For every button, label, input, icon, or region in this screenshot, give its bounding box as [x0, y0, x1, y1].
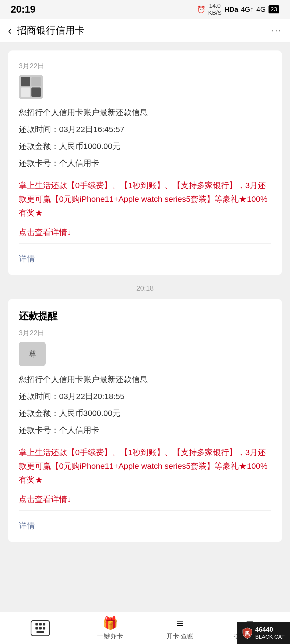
avatar-row-2: 尊 — [19, 342, 271, 366]
gift-icon: 🎁 — [103, 616, 118, 630]
nav-label-2: 开卡·查账 — [166, 632, 194, 641]
nav-kaika-chazhan[interactable]: ≡ 开卡·查账 — [145, 616, 215, 641]
watermark-brand: BLACK CAT — [255, 633, 285, 640]
hd-indicator: HDa — [224, 5, 238, 14]
avatar-2: 尊 — [19, 342, 46, 366]
msg2-info-line2: 还款时间：03月22日20:18:55 — [19, 389, 271, 403]
avatar-1 — [19, 75, 43, 99]
message-card-1: 3月22日 您招行个人信用卡账户最新还款信息 还款时间：03月22日16:45:… — [8, 50, 282, 275]
msg2-info-line1: 您招行个人信用卡账户最新还款信息 — [19, 372, 271, 386]
msg2-detail-link[interactable]: 点击查看详情↓ — [19, 494, 271, 505]
card-date-1: 3月22日 — [19, 61, 271, 71]
msg2-info-line3: 还款金额：人民币3000.00元 — [19, 406, 271, 420]
msg1-promo-text: 掌上生活还款【0手续费】、【1秒到账】、【支持多家银行】，3月还款更可赢【0元购… — [19, 178, 271, 219]
watermark-id: 46440 — [255, 626, 285, 633]
msg1-info-line2: 还款时间：03月22日16:45:57 — [19, 122, 271, 136]
msg1-info-line3: 还款金额：人民币1000.00元 — [19, 139, 271, 153]
shield-icon: 黑 — [242, 627, 252, 639]
message-card-2: 还款提醒 3月22日 尊 您招行个人信用卡账户最新还款信息 还款时间：03月22… — [8, 299, 282, 542]
more-button[interactable]: ··· — [271, 25, 282, 35]
msg2-detail-button[interactable]: 详情 — [19, 516, 271, 531]
network-4g-2: 4G — [256, 5, 266, 14]
battery-indicator: 23 — [269, 5, 279, 13]
msg1-info-line4: 还款卡号：个人信用卡 — [19, 156, 271, 170]
avatar-row-1 — [19, 75, 271, 99]
msg1-info-line1: 您招行个人信用卡账户最新还款信息 — [19, 105, 271, 119]
keyboard-button[interactable] — [5, 620, 75, 636]
msg1-detail-link[interactable]: 点击查看详情↓ — [19, 227, 271, 238]
page-title: 招商银行信用卡 — [17, 24, 271, 37]
nav-yijianbanka[interactable]: 🎁 一键办卡 — [75, 616, 145, 641]
watermark-info: 46440 BLACK CAT — [255, 626, 285, 640]
network-speed: 14.0 KB/S — [208, 2, 222, 17]
alarm-icon: ⏰ — [197, 5, 205, 14]
top-nav: ‹ 招商银行信用卡 ··· — [0, 19, 290, 42]
watermark: 黑 46440 BLACK CAT — [237, 622, 290, 644]
status-icons: ⏰ 14.0 KB/S HDa 4G↑ 4G 23 — [197, 2, 279, 17]
chat-container: 3月22日 您招行个人信用卡账户最新还款信息 还款时间：03月22日16:45:… — [0, 42, 290, 644]
card-title-2: 还款提醒 — [19, 310, 271, 323]
status-bar: 20:19 ⏰ 14.0 KB/S HDa 4G↑ 4G 23 — [0, 0, 290, 19]
nav-label-1: 一键办卡 — [97, 632, 123, 641]
msg1-detail-button[interactable]: 详情 — [19, 249, 271, 264]
network-4g-1: 4G↑ — [241, 5, 254, 14]
status-time: 20:19 — [11, 4, 35, 15]
timestamp-divider: 20:18 — [0, 278, 290, 296]
msg2-info-line4: 还款卡号：个人信用卡 — [19, 423, 271, 437]
svg-text:黑: 黑 — [245, 631, 250, 636]
msg2-promo-text: 掌上生活还款【0手续费】、【1秒到账】、【支持多家银行】，3月还款更可赢【0元购… — [19, 445, 271, 486]
back-button[interactable]: ‹ — [8, 25, 12, 36]
card-date-2: 3月22日 — [19, 328, 271, 338]
menu-icon-1: ≡ — [176, 616, 184, 630]
